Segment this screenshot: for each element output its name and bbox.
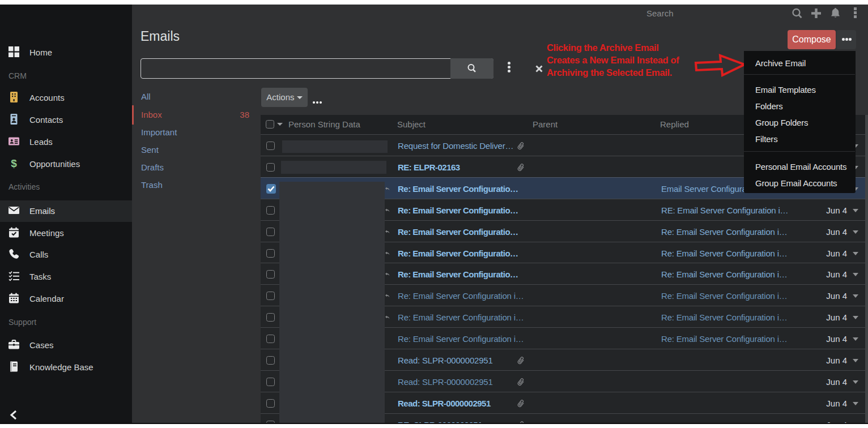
svg-text:$: $ — [11, 158, 17, 169]
